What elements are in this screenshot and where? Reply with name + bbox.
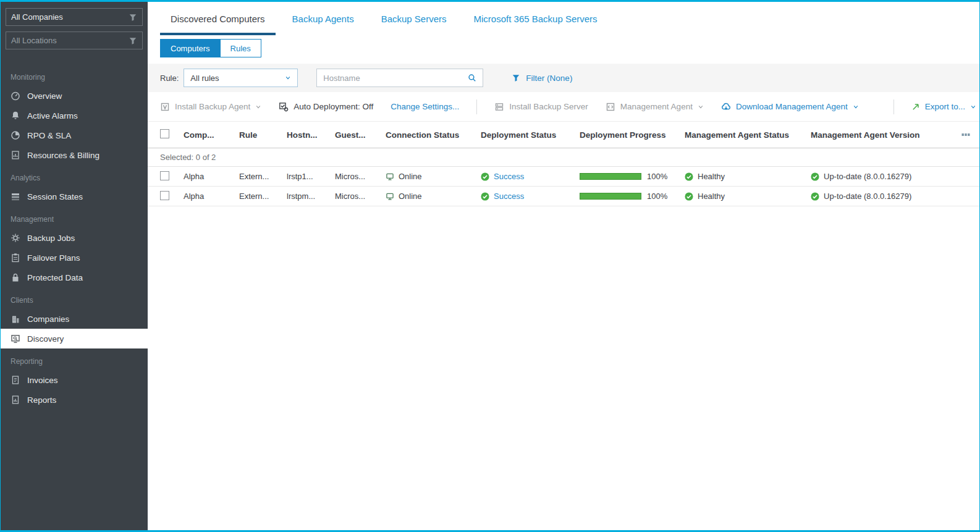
sidebar-item-invoices[interactable]: Invoices	[1, 370, 148, 390]
filter-funnel-icon	[129, 13, 137, 22]
top-tabs: Discovered Computers Backup Agents Backu…	[148, 2, 979, 35]
progress-percent: 100%	[647, 172, 667, 181]
sidebar-item-overview[interactable]: Overview	[1, 86, 148, 106]
sidebar-item-label: Reports	[27, 395, 56, 405]
auto-deployment-toggle[interactable]: Auto Deployment: Off	[279, 102, 373, 112]
success-check-icon	[481, 172, 489, 181]
location-filter-dropdown[interactable]: All Locations	[6, 32, 143, 49]
tab-discovered-computers[interactable]: Discovered Computers	[160, 2, 276, 35]
lock-icon	[11, 272, 20, 282]
column-options-icon[interactable]	[961, 130, 971, 140]
hostname-search-input[interactable]	[323, 74, 463, 83]
sidebar-item-discovery[interactable]: Discovery	[1, 329, 148, 348]
hostname-search	[316, 69, 483, 87]
column-header-deployment-status[interactable]: Deployment Status	[481, 130, 580, 140]
pie-chart-icon	[11, 130, 20, 140]
filter-funnel-icon	[129, 36, 137, 45]
tab-backup-servers[interactable]: Backup Servers	[371, 2, 457, 35]
toolbar-separator	[476, 99, 477, 114]
change-settings-button[interactable]: Change Settings...	[391, 102, 459, 111]
sidebar-item-active-alarms[interactable]: Active Alarms	[1, 106, 148, 125]
progress-percent: 100%	[647, 192, 667, 201]
management-agent-button[interactable]: Management Agent	[606, 102, 704, 112]
location-filter-value: All Locations	[11, 36, 57, 45]
progress-bar	[580, 173, 641, 180]
download-management-agent-button[interactable]: Download Management Agent	[721, 102, 859, 112]
chevron-down-icon	[698, 104, 704, 110]
column-header-connection-status[interactable]: Connection Status	[386, 130, 481, 140]
install-agent-icon	[160, 102, 170, 112]
healthy-check-icon	[685, 172, 693, 181]
app-window: All Companies All Locations Monitoring O…	[1, 2, 979, 530]
nav-section-clients: Clients	[1, 287, 148, 309]
view-toggle: Computers Rules	[160, 39, 979, 57]
cell-guest-os: Micros...	[335, 192, 386, 201]
column-header-deployment-progress[interactable]: Deployment Progress	[580, 130, 685, 140]
cell-connection-status: Online	[386, 192, 481, 201]
auto-deployment-label: Auto Deployment: Off	[294, 102, 373, 111]
chevron-down-icon	[285, 75, 291, 81]
management-agent-label: Management Agent	[620, 102, 693, 111]
install-backup-server-button[interactable]: Install Backup Server	[494, 102, 588, 112]
tab-microsoft-365-backup-servers[interactable]: Microsoft 365 Backup Servers	[463, 2, 608, 35]
sidebar-item-protected-data[interactable]: Protected Data	[1, 268, 148, 287]
subtab-computers[interactable]: Computers	[160, 39, 221, 57]
up-to-date-check-icon	[811, 172, 819, 181]
selection-summary: Selected: 0 of 2	[148, 148, 979, 167]
select-all-checkbox[interactable]	[160, 129, 169, 138]
row-checkbox[interactable]	[160, 171, 169, 180]
cell-deployment-progress: 100%	[580, 192, 685, 201]
sidebar-item-failover-plans[interactable]: Failover Plans	[1, 248, 148, 268]
chevron-down-icon	[970, 104, 976, 110]
agent-version-text: Up-to-date (8.0.0.16279)	[824, 172, 911, 181]
building-icon	[11, 314, 20, 324]
sidebar-item-label: Active Alarms	[27, 111, 78, 120]
subtab-rules[interactable]: Rules	[221, 39, 261, 57]
column-header-hostname[interactable]: Hostn...	[287, 130, 335, 140]
cell-rule: Extern...	[239, 192, 287, 201]
install-backup-agent-button[interactable]: Install Backup Agent	[160, 102, 261, 112]
cloud-download-icon	[721, 102, 731, 112]
column-header-management-agent-status[interactable]: Management Agent Status	[685, 130, 811, 140]
filter-none-button[interactable]: Filter (None)	[512, 74, 572, 83]
auto-deployment-icon	[279, 102, 289, 112]
sidebar-item-reports[interactable]: Reports	[1, 390, 148, 410]
connection-status-text: Online	[399, 192, 422, 201]
column-header-management-agent-version[interactable]: Management Agent Version	[811, 130, 955, 140]
sidebar-item-resources-billing[interactable]: Resources & Billing	[1, 145, 148, 165]
sidebar-item-companies[interactable]: Companies	[1, 309, 148, 329]
export-to-label: Export to...	[925, 102, 965, 111]
company-filter-dropdown[interactable]: All Companies	[6, 8, 143, 26]
gauge-icon	[11, 91, 20, 101]
install-backup-server-label: Install Backup Server	[509, 102, 588, 111]
sidebar: All Companies All Locations Monitoring O…	[1, 2, 148, 530]
column-header-guest-os[interactable]: Guest...	[335, 130, 386, 140]
sidebar-item-session-states[interactable]: Session States	[1, 187, 148, 206]
search-icon[interactable]	[468, 74, 476, 82]
online-icon	[386, 192, 394, 201]
bell-icon	[11, 111, 20, 120]
rule-select[interactable]: All rules	[184, 69, 298, 87]
sidebar-item-label: Protected Data	[27, 273, 83, 282]
deployment-status-link[interactable]: Success	[494, 172, 524, 181]
nav-section-analytics: Analytics	[1, 165, 148, 187]
tab-backup-agents[interactable]: Backup Agents	[282, 2, 365, 35]
table-row[interactable]: Alpha Extern... lrstp1... Micros... Onli…	[148, 167, 979, 187]
nav-section-management: Management	[1, 206, 148, 228]
table-row[interactable]: Alpha Extern... lrstpm... Micros... Onli…	[148, 187, 979, 206]
cell-agent-version: Up-to-date (8.0.0.16279)	[811, 192, 955, 201]
sidebar-item-backup-jobs[interactable]: Backup Jobs	[1, 228, 148, 248]
row-checkbox[interactable]	[160, 191, 169, 200]
cell-deployment-status: Success	[481, 172, 580, 181]
monitor-search-icon	[11, 334, 20, 344]
online-icon	[386, 172, 394, 181]
column-header-company[interactable]: Comp...	[184, 130, 239, 140]
progress-bar	[580, 193, 641, 200]
export-to-button[interactable]: Export to...	[911, 102, 976, 111]
deployment-status-link[interactable]: Success	[494, 192, 524, 201]
column-header-rule[interactable]: Rule	[239, 130, 287, 140]
report-chart-icon	[11, 395, 20, 405]
sidebar-item-rpo-sla[interactable]: RPO & SLA	[1, 125, 148, 145]
cell-company: Alpha	[184, 172, 239, 181]
agent-status-text: Healthy	[698, 192, 725, 201]
